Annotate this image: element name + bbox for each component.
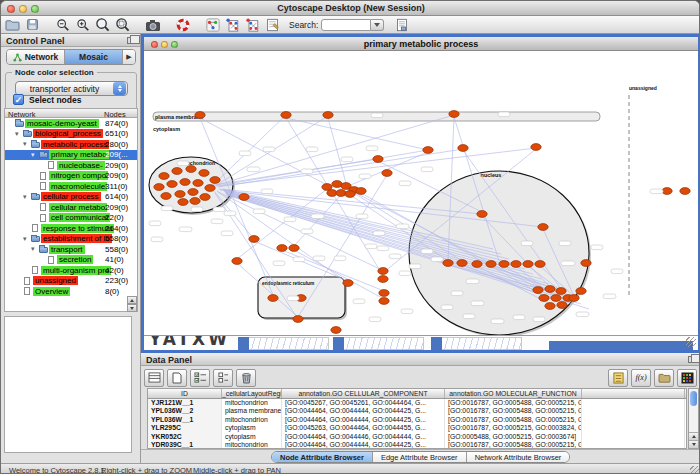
heatmap-matrix-icon[interactable]: [677, 369, 697, 387]
node[interactable]: [268, 295, 278, 302]
tree-row[interactable]: secretion41(0): [5, 255, 137, 266]
table-row[interactable]: YPL036W__2plasma membrane[GO:0044464, GO…: [148, 407, 686, 415]
vizmapper-a-icon[interactable]: [224, 17, 241, 33]
open-folder-icon[interactable]: [4, 17, 21, 33]
expand-arrow-icon[interactable]: ▾: [31, 245, 35, 253]
table-cell[interactable]: [GO:0045263, GO:0044464, GO:0044455, G..…: [282, 424, 445, 432]
node[interactable]: [378, 276, 388, 283]
table-row[interactable]: YLR295Ccytoplasm[GO:0045263, GO:0044464,…: [148, 424, 686, 432]
node[interactable]: [545, 303, 555, 310]
node[interactable]: [458, 145, 468, 152]
table-cell[interactable]: [GO:0044464, GO:0044444, GO:0044425, G..…: [282, 416, 445, 424]
node[interactable]: [523, 261, 533, 268]
unselect-attributes-icon[interactable]: [213, 369, 233, 387]
tree-row[interactable]: mosaic-demo-yeast874(0): [5, 118, 137, 129]
node[interactable]: [373, 156, 383, 163]
node[interactable]: [569, 295, 579, 302]
scrollbar-thumb[interactable]: [690, 391, 697, 406]
delete-attribute-trash-icon[interactable]: [236, 369, 256, 387]
table-cell[interactable]: YDR039C__1: [148, 441, 222, 449]
tab-mosaic[interactable]: Mosaic: [65, 50, 123, 64]
tree-row[interactable]: ▾transport558(0): [5, 244, 137, 255]
node[interactable]: [178, 199, 188, 206]
annotation-form-icon[interactable]: [264, 17, 281, 33]
node[interactable]: [232, 258, 242, 265]
node[interactable]: [531, 144, 541, 151]
node[interactable]: [180, 179, 190, 186]
node[interactable]: [210, 177, 220, 184]
window-resize-grip[interactable]: [686, 337, 696, 347]
node[interactable]: [193, 180, 203, 187]
snapshot-camera-icon[interactable]: [144, 17, 161, 33]
node[interactable]: [557, 302, 567, 309]
node[interactable]: [511, 261, 521, 268]
node[interactable]: [293, 316, 303, 323]
table-cell[interactable]: [GO:0045267, GO:0045261, GO:0044464, G..…: [282, 399, 445, 407]
node[interactable]: [289, 245, 299, 252]
tree-row[interactable]: nitrogen compo209(0): [5, 171, 137, 182]
node[interactable]: [154, 184, 164, 191]
column-header[interactable]: ID: [148, 389, 222, 398]
vizmapper-b-icon[interactable]: [244, 17, 261, 33]
tree-row[interactable]: response to stimulu264(0): [5, 223, 137, 234]
table-scrollbar[interactable]: [688, 388, 699, 449]
node[interactable]: [423, 147, 433, 154]
node[interactable]: [205, 185, 215, 192]
column-header[interactable]: _cellularLayoutRegion: [222, 389, 282, 398]
table-cell[interactable]: [582, 407, 685, 415]
layout-icon[interactable]: [204, 17, 221, 33]
node[interactable]: [486, 261, 496, 268]
node[interactable]: [477, 211, 487, 218]
tree-row[interactable]: ▾biological_process651(0): [5, 129, 137, 140]
node[interactable]: [535, 261, 545, 268]
search-dropdown-arrow[interactable]: [371, 19, 384, 31]
select-nodes-checkbox[interactable]: ✓: [13, 94, 24, 105]
edge[interactable]: [286, 118, 428, 150]
table-cell[interactable]: [GO:0016787, GO:0005488, GO:0005215, G..…: [445, 407, 582, 415]
node[interactable]: [443, 260, 453, 267]
float-panel-icon[interactable]: [688, 356, 696, 363]
scroll-down-arrow[interactable]: [689, 440, 698, 448]
node[interactable]: [190, 198, 200, 205]
background-window-fragment[interactable]: [431, 337, 522, 350]
node[interactable]: [200, 194, 210, 201]
attribute-table-icon[interactable]: [144, 369, 164, 387]
column-header[interactable]: [582, 389, 685, 398]
node[interactable]: [378, 268, 388, 275]
table-cell[interactable]: [GO:0044464, GO:0044446, GO:0044444, G..…: [282, 433, 445, 441]
node[interactable]: [195, 112, 205, 119]
edge[interactable]: [294, 195, 341, 246]
table-cell[interactable]: mitochondrion: [222, 441, 282, 449]
node[interactable]: [680, 188, 690, 195]
table-cell[interactable]: [582, 424, 685, 432]
tab-node-attribute-browser[interactable]: Node Attribute Browser: [272, 452, 373, 462]
expand-arrow-icon[interactable]: ▾: [15, 130, 19, 138]
zoom-in-icon[interactable]: [74, 17, 91, 33]
node[interactable]: [159, 173, 169, 180]
column-header[interactable]: annotation.GO MOLECULAR_FUNCTION: [445, 389, 582, 398]
tree-row[interactable]: multi-organism pro42(0): [5, 265, 137, 276]
tab-network-attribute-browser[interactable]: Network Attribute Browser: [467, 452, 570, 462]
app-resize-grip[interactable]: [690, 466, 700, 474]
table-cell[interactable]: cytoplasm: [222, 424, 282, 432]
tree-row[interactable]: Overview8(0): [5, 286, 137, 297]
tab-overflow-arrow[interactable]: ▶: [123, 50, 135, 64]
node[interactable]: [356, 188, 366, 195]
node[interactable]: [662, 188, 672, 195]
node[interactable]: [277, 245, 287, 252]
node[interactable]: [175, 191, 185, 198]
select-attributes-icon[interactable]: [190, 369, 210, 387]
node[interactable]: [538, 224, 548, 231]
new-attribute-icon[interactable]: [167, 369, 187, 387]
table-cell[interactable]: YPL036W__1: [148, 416, 222, 424]
node[interactable]: [576, 288, 586, 295]
node[interactable]: [457, 260, 467, 267]
table-cell[interactable]: [582, 399, 685, 407]
tree-row[interactable]: macromolecule311(0): [5, 181, 137, 192]
table-row[interactable]: YPL036W__1mitochondrion[GO:0044464, GO:0…: [148, 416, 686, 424]
tree-row[interactable]: ▾primary metabo209(...: [5, 150, 137, 161]
table-row[interactable]: YKR052Ccytoplasm[GO:0044464, GO:0044446,…: [148, 433, 686, 441]
tree-row[interactable]: nucleobase-209(0): [5, 160, 137, 171]
table-cell[interactable]: [GO:0044464, GO:0044444, GO:0044425, G..…: [282, 407, 445, 415]
zoom-out-icon[interactable]: [54, 17, 71, 33]
